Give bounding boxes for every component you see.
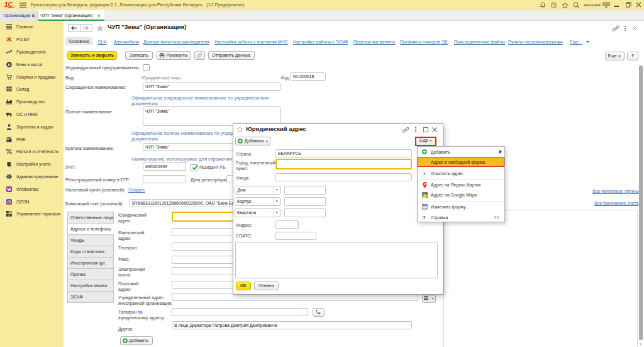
- svg-text:P: P: [8, 62, 10, 66]
- svg-text:W: W: [7, 187, 11, 191]
